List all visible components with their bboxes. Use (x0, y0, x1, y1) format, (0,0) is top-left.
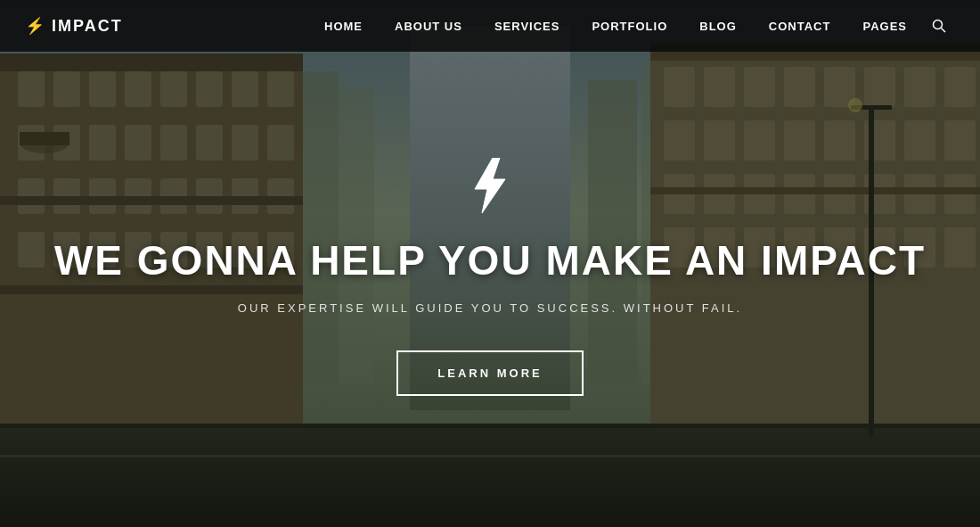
learn-more-button[interactable]: LEARN MORE (396, 350, 583, 396)
svg-line-118 (942, 29, 946, 33)
nav-item-pages[interactable]: PAGES (846, 0, 923, 52)
nav-item-services[interactable]: SERVICES (478, 0, 576, 52)
hero-subtitle: OUR EXPERTISE WILL GUIDE YOU TO SUCCESS.… (238, 301, 742, 315)
navbar: ⚡ IMPACT HOME ABOUT US SERVICES PORTFOLI… (0, 0, 980, 52)
hero-bolt-icon (468, 158, 512, 220)
hero-content: WE GONNA HELP YOU MAKE AN IMPACT OUR EXP… (0, 0, 980, 527)
nav-item-about[interactable]: ABOUT US (379, 0, 478, 52)
nav-item-contact[interactable]: CONTACT (753, 0, 847, 52)
hero-title: WE GONNA HELP YOU MAKE AN IMPACT (54, 238, 926, 284)
brand-bolt-icon: ⚡ (25, 16, 46, 36)
nav-item-portfolio[interactable]: PORTFOLIO (576, 0, 683, 52)
nav-item-blog[interactable]: BLOG (683, 0, 753, 52)
svg-marker-119 (475, 158, 505, 213)
search-icon[interactable] (923, 19, 955, 33)
nav-links: HOME ABOUT US SERVICES PORTFOLIO BLOG CO… (308, 0, 923, 52)
brand[interactable]: ⚡ IMPACT (25, 16, 123, 36)
nav-item-home[interactable]: HOME (308, 0, 379, 52)
brand-name: IMPACT (52, 17, 123, 36)
svg-point-117 (934, 21, 943, 29)
hero-section: ⚡ IMPACT HOME ABOUT US SERVICES PORTFOLI… (0, 0, 980, 527)
